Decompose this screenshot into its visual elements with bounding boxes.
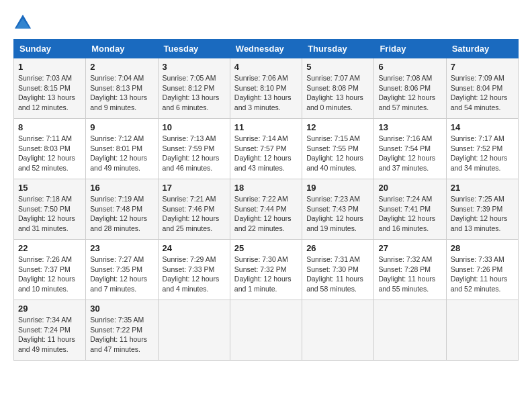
- day-number: 16: [90, 183, 153, 193]
- day-info: Sunrise: 7:26 AMSunset: 7:37 PMDaylight:…: [18, 255, 75, 293]
- day-info: Sunrise: 7:05 AMSunset: 8:12 PMDaylight:…: [163, 74, 220, 111]
- day-info: Sunrise: 7:06 AMSunset: 8:10 PMDaylight:…: [234, 74, 292, 111]
- calendar-day-cell: [374, 300, 446, 361]
- day-number: 30: [90, 304, 153, 314]
- day-info: Sunrise: 7:32 AMSunset: 7:28 PMDaylight:…: [378, 255, 435, 293]
- day-info: Sunrise: 7:09 AMSunset: 8:04 PMDaylight:…: [451, 74, 508, 111]
- day-info: Sunrise: 7:13 AMSunset: 7:59 PMDaylight:…: [163, 134, 220, 172]
- day-info: Sunrise: 7:15 AMSunset: 7:55 PMDaylight:…: [306, 134, 363, 172]
- logo: [13, 13, 35, 32]
- day-info: Sunrise: 7:31 AMSunset: 7:30 PMDaylight:…: [306, 255, 363, 293]
- page-header: [13, 13, 519, 32]
- calendar-day-cell: 3 Sunrise: 7:05 AMSunset: 8:12 PMDayligh…: [158, 58, 230, 119]
- day-number: 6: [378, 62, 441, 72]
- calendar-day-cell: [230, 300, 302, 361]
- day-info: Sunrise: 7:34 AMSunset: 7:24 PMDaylight:…: [18, 316, 75, 353]
- calendar-day-cell: 7 Sunrise: 7:09 AMSunset: 8:04 PMDayligh…: [446, 58, 518, 119]
- day-number: 14: [451, 122, 514, 132]
- calendar-day-cell: 6 Sunrise: 7:08 AMSunset: 8:06 PMDayligh…: [374, 58, 446, 119]
- day-number: 2: [90, 62, 153, 72]
- calendar-day-cell: 26 Sunrise: 7:31 AMSunset: 7:30 PMDaylig…: [302, 240, 374, 300]
- calendar-day-cell: 22 Sunrise: 7:26 AMSunset: 7:37 PMDaylig…: [14, 240, 86, 300]
- calendar-day-cell: 27 Sunrise: 7:32 AMSunset: 7:28 PMDaylig…: [374, 240, 446, 300]
- calendar-day-cell: 21 Sunrise: 7:25 AMSunset: 7:39 PMDaylig…: [446, 179, 518, 240]
- calendar-week-row: 1 Sunrise: 7:03 AMSunset: 8:15 PMDayligh…: [14, 58, 519, 119]
- day-info: Sunrise: 7:12 AMSunset: 8:01 PMDaylight:…: [90, 134, 147, 172]
- calendar-day-cell: 23 Sunrise: 7:27 AMSunset: 7:35 PMDaylig…: [86, 240, 158, 300]
- calendar-day-cell: 17 Sunrise: 7:21 AMSunset: 7:46 PMDaylig…: [158, 179, 230, 240]
- day-number: 24: [163, 243, 226, 253]
- calendar-day-cell: 1 Sunrise: 7:03 AMSunset: 8:15 PMDayligh…: [14, 58, 86, 119]
- day-number: 25: [234, 243, 298, 253]
- day-info: Sunrise: 7:22 AMSunset: 7:44 PMDaylight:…: [234, 195, 292, 232]
- day-info: Sunrise: 7:03 AMSunset: 8:15 PMDaylight:…: [18, 74, 75, 111]
- day-info: Sunrise: 7:30 AMSunset: 7:32 PMDaylight:…: [234, 255, 292, 293]
- weekday-header: Saturday: [446, 40, 518, 58]
- calendar-table: SundayMondayTuesdayWednesdayThursdayFrid…: [13, 39, 519, 361]
- day-number: 28: [451, 243, 514, 253]
- day-number: 9: [90, 122, 153, 132]
- day-info: Sunrise: 7:04 AMSunset: 8:13 PMDaylight:…: [90, 74, 147, 111]
- calendar-day-cell: 25 Sunrise: 7:30 AMSunset: 7:32 PMDaylig…: [230, 240, 302, 300]
- calendar-day-cell: 9 Sunrise: 7:12 AMSunset: 8:01 PMDayligh…: [86, 119, 158, 179]
- calendar-day-cell: [302, 300, 374, 361]
- day-info: Sunrise: 7:25 AMSunset: 7:39 PMDaylight:…: [451, 195, 508, 232]
- weekday-header: Thursday: [302, 40, 374, 58]
- calendar-day-cell: 19 Sunrise: 7:23 AMSunset: 7:43 PMDaylig…: [302, 179, 374, 240]
- calendar-day-cell: 30 Sunrise: 7:35 AMSunset: 7:22 PMDaylig…: [86, 300, 158, 361]
- day-number: 29: [18, 304, 81, 314]
- day-number: 23: [90, 243, 153, 253]
- day-number: 4: [234, 62, 298, 72]
- day-number: 11: [234, 122, 298, 132]
- weekday-header: Tuesday: [158, 40, 230, 58]
- day-info: Sunrise: 7:35 AMSunset: 7:22 PMDaylight:…: [90, 316, 147, 353]
- calendar-day-cell: 10 Sunrise: 7:13 AMSunset: 7:59 PMDaylig…: [158, 119, 230, 179]
- day-info: Sunrise: 7:14 AMSunset: 7:57 PMDaylight:…: [234, 134, 292, 172]
- calendar-day-cell: 12 Sunrise: 7:15 AMSunset: 7:55 PMDaylig…: [302, 119, 374, 179]
- weekday-header: Monday: [86, 40, 158, 58]
- calendar-day-cell: 29 Sunrise: 7:34 AMSunset: 7:24 PMDaylig…: [14, 300, 86, 361]
- day-number: 3: [163, 62, 226, 72]
- day-number: 10: [163, 122, 226, 132]
- weekday-header-row: SundayMondayTuesdayWednesdayThursdayFrid…: [14, 40, 519, 58]
- calendar-day-cell: 15 Sunrise: 7:18 AMSunset: 7:50 PMDaylig…: [14, 179, 86, 240]
- day-number: 8: [18, 122, 81, 132]
- day-info: Sunrise: 7:17 AMSunset: 7:52 PMDaylight:…: [451, 134, 508, 172]
- day-number: 26: [306, 243, 369, 253]
- calendar-day-cell: [446, 300, 518, 361]
- day-info: Sunrise: 7:27 AMSunset: 7:35 PMDaylight:…: [90, 255, 147, 293]
- calendar-week-row: 15 Sunrise: 7:18 AMSunset: 7:50 PMDaylig…: [14, 179, 519, 240]
- day-number: 13: [378, 122, 441, 132]
- day-number: 12: [306, 122, 369, 132]
- day-number: 18: [234, 183, 298, 193]
- calendar-day-cell: 18 Sunrise: 7:22 AMSunset: 7:44 PMDaylig…: [230, 179, 302, 240]
- calendar-day-cell: 16 Sunrise: 7:19 AMSunset: 7:48 PMDaylig…: [86, 179, 158, 240]
- calendar-week-row: 22 Sunrise: 7:26 AMSunset: 7:37 PMDaylig…: [14, 240, 519, 300]
- calendar-day-cell: 11 Sunrise: 7:14 AMSunset: 7:57 PMDaylig…: [230, 119, 302, 179]
- day-info: Sunrise: 7:24 AMSunset: 7:41 PMDaylight:…: [378, 195, 435, 232]
- calendar-day-cell: 28 Sunrise: 7:33 AMSunset: 7:26 PMDaylig…: [446, 240, 518, 300]
- weekday-header: Wednesday: [230, 40, 302, 58]
- day-info: Sunrise: 7:23 AMSunset: 7:43 PMDaylight:…: [306, 195, 363, 232]
- day-number: 5: [306, 62, 369, 72]
- day-info: Sunrise: 7:29 AMSunset: 7:33 PMDaylight:…: [163, 255, 220, 293]
- calendar-day-cell: 4 Sunrise: 7:06 AMSunset: 8:10 PMDayligh…: [230, 58, 302, 119]
- day-number: 15: [18, 183, 81, 193]
- calendar-day-cell: 14 Sunrise: 7:17 AMSunset: 7:52 PMDaylig…: [446, 119, 518, 179]
- day-info: Sunrise: 7:16 AMSunset: 7:54 PMDaylight:…: [378, 134, 435, 172]
- calendar-week-row: 29 Sunrise: 7:34 AMSunset: 7:24 PMDaylig…: [14, 300, 519, 361]
- day-info: Sunrise: 7:11 AMSunset: 8:03 PMDaylight:…: [18, 134, 75, 172]
- calendar-day-cell: 24 Sunrise: 7:29 AMSunset: 7:33 PMDaylig…: [158, 240, 230, 300]
- day-number: 19: [306, 183, 369, 193]
- day-number: 21: [451, 183, 514, 193]
- calendar-week-row: 8 Sunrise: 7:11 AMSunset: 8:03 PMDayligh…: [14, 119, 519, 179]
- calendar-day-cell: 20 Sunrise: 7:24 AMSunset: 7:41 PMDaylig…: [374, 179, 446, 240]
- calendar-day-cell: 8 Sunrise: 7:11 AMSunset: 8:03 PMDayligh…: [14, 119, 86, 179]
- day-number: 17: [163, 183, 226, 193]
- day-number: 27: [378, 243, 441, 253]
- day-number: 20: [378, 183, 441, 193]
- day-number: 7: [451, 62, 514, 72]
- calendar-day-cell: 13 Sunrise: 7:16 AMSunset: 7:54 PMDaylig…: [374, 119, 446, 179]
- logo-icon: [13, 13, 32, 32]
- day-info: Sunrise: 7:18 AMSunset: 7:50 PMDaylight:…: [18, 195, 75, 232]
